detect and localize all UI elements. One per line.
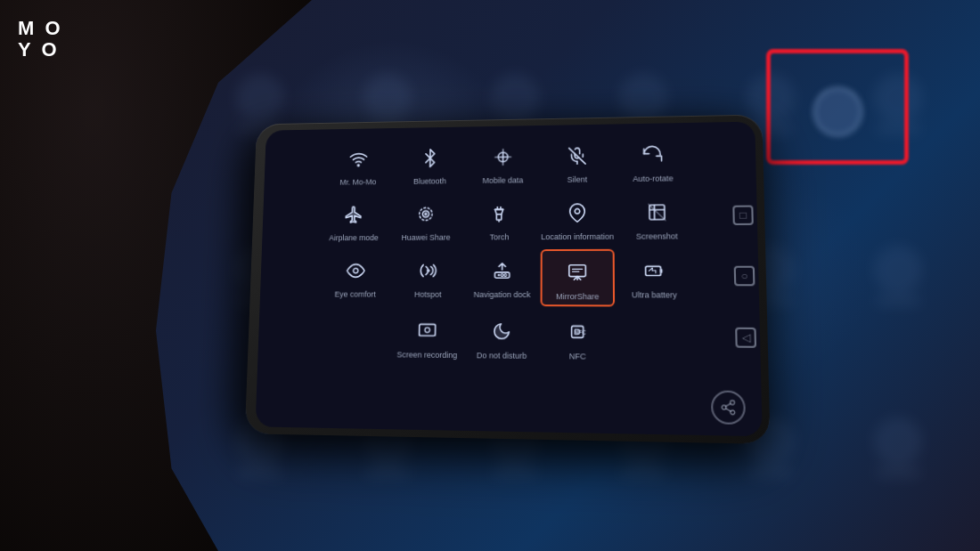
bluetooth-icon [414,142,445,174]
svg-point-8 [425,212,429,215]
tile-auto-rotate[interactable]: Auto-rotate [616,133,690,187]
eye-icon [340,255,372,286]
tile-bluetooth[interactable]: Bluetooth [395,137,466,190]
tile-navigation-dock-label: Navigation dock [473,289,530,299]
svg-point-31 [425,328,430,333]
phone: Mr. Mo-Mo Bluetooth Mobile d [245,114,771,443]
tile-hotspot-label: Hotspot [414,289,442,299]
tile-navigation-dock[interactable]: Navigation dock [466,248,539,306]
svg-line-38 [726,408,731,410]
tile-mr-mo-mo-label: Mr. Mo-Mo [339,177,376,187]
svg-point-20 [501,273,503,276]
svg-line-39 [726,403,731,406]
torch-icon [484,197,516,229]
svg-point-0 [357,164,359,166]
nav-dock-icon [486,254,519,286]
tile-do-not-disturb[interactable]: Do not disturb [465,310,539,365]
auto-rotate-icon [636,139,669,171]
phone-side-buttons: □ ○ ◁ [732,194,768,359]
tile-screenshot-label: Screenshot [636,231,678,241]
tile-do-not-disturb-label: Do not disturb [477,351,527,361]
tile-mobile-data-label: Mobile data [482,175,523,185]
silent-icon [561,140,593,172]
tile-nfc-label: NFC [569,352,586,361]
tile-silent[interactable]: Silent [541,134,614,189]
tile-mobile-data[interactable]: Mobile data [467,135,539,189]
tile-mr-mo-mo[interactable]: Mr. Mo-Mo [323,138,394,190]
phone-btn-circle[interactable]: ○ [734,265,755,286]
tile-nfc[interactable]: NFC NFC [540,310,615,366]
phone-screen: Mr. Mo-Mo Bluetooth Mobile d [256,121,763,436]
phone-btn-back[interactable]: ◁ [735,327,756,347]
svg-point-37 [731,409,735,414]
tile-eye-comfort-label: Eye comfort [334,289,376,299]
tile-location[interactable]: Location information [537,190,617,245]
tile-mirrorshare-label: MirrorShare [556,291,599,301]
nfc-icon: NFC [561,315,594,348]
tile-mirrorshare[interactable]: MirrorShare [541,248,616,306]
screenshot-icon [640,196,673,228]
mirrorshare-icon [561,255,594,288]
tile-screen-recording[interactable]: Screen recording [391,309,464,364]
airplane-icon [339,199,370,230]
svg-point-11 [575,208,580,213]
tile-screen-recording-label: Screen recording [396,350,457,361]
phone-body: Mr. Mo-Mo Bluetooth Mobile d [245,114,771,443]
tile-bluetooth-label: Bluetooth [413,176,446,186]
tile-eye-comfort[interactable]: Eye comfort [320,249,391,306]
tile-ultra-battery[interactable]: Ultra battery [617,248,693,307]
tile-airplane-label: Airplane mode [329,232,379,242]
tile-huawei-share-label: Huawei Share [401,232,450,242]
tile-torch-label: Torch [489,232,509,242]
background-red-highlight [766,49,909,165]
brand-logo: M O Y O [18,18,63,61]
dnd-icon [486,315,518,348]
tile-screenshot[interactable]: Screenshot [619,190,695,244]
svg-line-15 [648,204,665,220]
screen-rec-icon [412,314,444,346]
battery-icon [637,254,671,287]
quick-settings-row-4: Screen recording Do not disturb NFC [265,309,754,368]
tile-ultra-battery-label: Ultra battery [632,289,677,299]
tile-torch[interactable]: Torch [463,191,536,245]
tile-auto-rotate-label: Auto-rotate [633,174,674,183]
svg-rect-9 [497,214,502,219]
svg-text:NFC: NFC [574,328,586,335]
svg-point-19 [498,273,501,276]
logo-line1: M O [18,18,63,39]
wifi-icon [343,143,374,174]
svg-rect-22 [569,264,586,276]
tile-silent-label: Silent [568,174,588,184]
logo-line2: Y O [18,39,63,61]
mobile-data-icon [487,141,519,172]
quick-settings-row-3: Eye comfort Hotspot Navigati [266,247,752,307]
svg-rect-30 [419,324,435,336]
huawei-share-icon [411,198,443,229]
quick-settings-row-2: Airplane mode Huawei Share T [269,190,751,247]
svg-point-21 [504,273,507,276]
tile-hotspot[interactable]: Hotspot [392,248,464,305]
quick-settings-row-1: Mr. Mo-Mo Bluetooth Mobile d [271,132,749,190]
svg-point-16 [354,268,358,272]
phone-btn-square[interactable]: □ [732,205,754,224]
hotspot-icon [412,254,445,286]
tile-airplane-mode[interactable]: Airplane mode [319,193,390,246]
tile-huawei-share[interactable]: Huawei Share [390,192,462,246]
tile-location-label: Location information [541,231,614,241]
quick-settings-panel: Mr. Mo-Mo Bluetooth Mobile d [256,121,763,436]
location-icon [561,196,593,228]
